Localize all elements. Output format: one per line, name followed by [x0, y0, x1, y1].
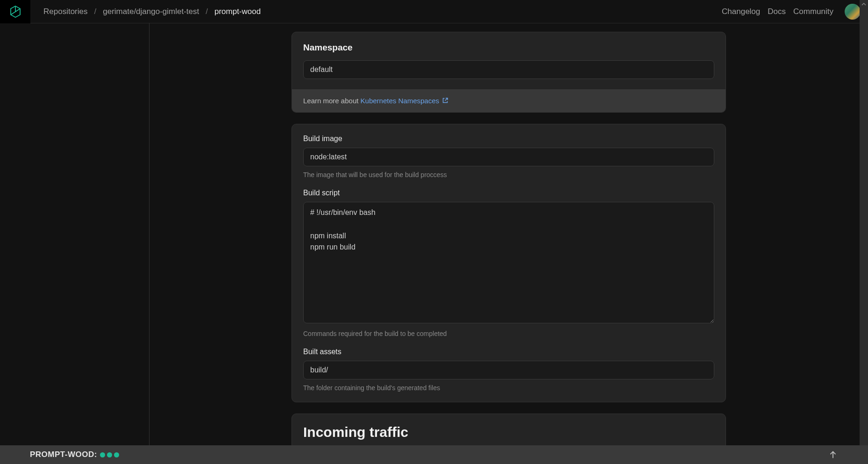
namespace-learn-prefix: Learn more about	[303, 97, 361, 105]
breadcrumb-separator: /	[206, 7, 208, 16]
build-script-group: Build script Commands required for the b…	[303, 189, 714, 337]
build-image-group: Build image The image that will be used …	[303, 135, 714, 178]
incoming-traffic-card: Incoming traffic	[292, 414, 726, 445]
built-assets-input[interactable]	[303, 361, 714, 379]
sidebar	[0, 23, 149, 445]
footer-bar: PROMPT-WOOD:	[0, 445, 868, 464]
status-dots	[100, 452, 119, 457]
main-container: Namespace Learn more about Kubernetes Na…	[0, 23, 868, 445]
built-assets-label: Built assets	[303, 348, 714, 356]
external-link-icon	[442, 97, 448, 104]
status-dot-icon	[114, 452, 119, 457]
namespace-input[interactable]	[303, 60, 714, 79]
breadcrumb-repositories[interactable]: Repositories	[43, 7, 88, 16]
namespace-footer: Learn more about Kubernetes Namespaces	[292, 89, 726, 112]
build-script-label: Build script	[303, 189, 714, 197]
logo-icon	[10, 6, 21, 18]
footer-label: PROMPT-WOOD:	[30, 450, 97, 459]
breadcrumb-repo[interactable]: gerimate/django-gimlet-test	[103, 7, 199, 16]
page-scrollbar[interactable]	[860, 0, 868, 464]
content: Namespace Learn more about Kubernetes Na…	[149, 23, 868, 445]
breadcrumb-separator: /	[94, 7, 97, 16]
built-assets-help: The folder containing the build's genera…	[303, 384, 714, 392]
incoming-traffic-title: Incoming traffic	[303, 424, 714, 440]
build-image-label: Build image	[303, 135, 714, 143]
scroll-up-arrow-icon[interactable]	[860, 0, 868, 8]
nav-changelog[interactable]: Changelog	[722, 7, 760, 16]
nav-community[interactable]: Community	[793, 7, 833, 16]
namespace-learn-link[interactable]: Kubernetes Namespaces	[361, 97, 449, 105]
logo[interactable]	[0, 0, 30, 23]
build-image-help: The image that will be used for the buil…	[303, 171, 714, 178]
nav-docs[interactable]: Docs	[768, 7, 786, 16]
scroll-to-top-icon[interactable]	[828, 450, 838, 460]
breadcrumb: Repositories / gerimate/django-gimlet-te…	[43, 7, 261, 16]
breadcrumb-current[interactable]: prompt-wood	[214, 7, 261, 16]
avatar[interactable]	[845, 4, 861, 20]
build-card: Build image The image that will be used …	[292, 124, 726, 402]
namespace-card: Namespace Learn more about Kubernetes Na…	[292, 32, 726, 113]
namespace-title: Namespace	[303, 43, 714, 53]
build-image-input[interactable]	[303, 148, 714, 166]
status-dot-icon	[100, 452, 105, 457]
header-nav: Changelog Docs Community	[722, 7, 833, 16]
status-dot-icon	[107, 452, 112, 457]
built-assets-group: Built assets The folder containing the b…	[303, 348, 714, 392]
build-script-help: Commands required for the build to be co…	[303, 330, 714, 337]
app-header: Repositories / gerimate/django-gimlet-te…	[0, 0, 868, 23]
build-script-textarea[interactable]	[303, 202, 714, 323]
